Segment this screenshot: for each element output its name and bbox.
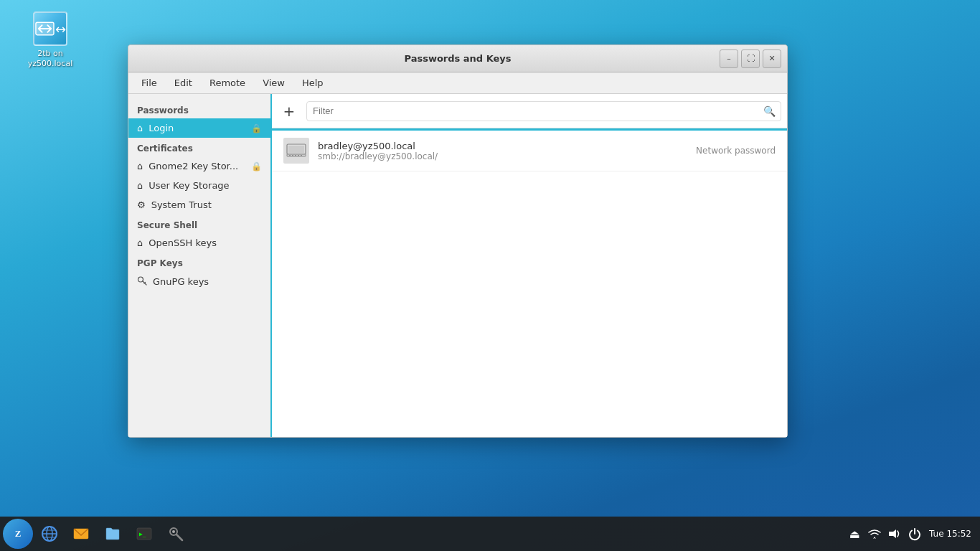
filter-input[interactable] <box>306 101 781 121</box>
browser-button[interactable] <box>34 519 65 549</box>
sidebar-item-login[interactable]: ⌂ Login 🔒 <box>128 118 270 138</box>
sidebar-item-openssh[interactable]: ⌂ OpenSSH keys <box>128 233 270 253</box>
home-icon-2: ⌂ <box>137 161 143 171</box>
mail-button[interactable] <box>66 519 96 549</box>
desktop-icon-image <box>33 11 67 46</box>
svg-text:▶_: ▶_ <box>139 531 146 537</box>
files-button[interactable] <box>98 519 128 549</box>
svg-rect-10 <box>298 155 299 156</box>
taskbar: Z <box>0 517 980 551</box>
taskbar-left: Z <box>0 519 194 549</box>
entry-sub: smb://bradley@yz500.local/ <box>318 151 696 161</box>
entry-network-icon <box>283 138 309 164</box>
svg-rect-11 <box>301 155 302 156</box>
entry-name: bradley@yz500.local <box>318 141 696 151</box>
search-icon: 🔍 <box>763 105 776 117</box>
filter-container: 🔍 <box>306 101 781 121</box>
key-icon <box>137 276 147 288</box>
window-body: Passwords ⌂ Login 🔒 Certificates ⌂ Gnome… <box>128 94 787 437</box>
section-passwords: Passwords <box>128 100 270 118</box>
svg-rect-5 <box>288 146 304 153</box>
section-secure-shell: Secure Shell <box>128 215 270 233</box>
menu-edit[interactable]: Edit <box>167 75 199 91</box>
desktop: 2tb on yz500.local Passwords and Keys – … <box>0 0 980 551</box>
window-titlebar: Passwords and Keys – ⛶ ✕ <box>128 45 787 72</box>
sidebar-item-system-trust[interactable]: ⚙ System Trust <box>128 195 270 215</box>
eject-icon[interactable]: ⏏ <box>846 525 863 542</box>
lock-icon-2: 🔒 <box>251 161 262 171</box>
svg-marker-22 <box>889 529 896 538</box>
sound-icon[interactable] <box>886 525 903 542</box>
svg-rect-9 <box>295 155 296 156</box>
menu-remote[interactable]: Remote <box>202 75 253 91</box>
sidebar: Passwords ⌂ Login 🔒 Certificates ⌂ Gnome… <box>128 94 272 437</box>
home-icon-3: ⌂ <box>137 180 143 191</box>
minimize-button[interactable]: – <box>720 50 738 68</box>
svg-rect-7 <box>289 155 291 156</box>
entry-details: bradley@yz500.local smb://bradley@yz500.… <box>318 141 696 161</box>
window-title: Passwords and Keys <box>404 53 511 64</box>
sidebar-label-system-trust: System Trust <box>151 199 262 210</box>
sidebar-item-user-key[interactable]: ⌂ User Key Storage <box>128 176 270 195</box>
entry-type: Network password <box>696 146 776 156</box>
maximize-button[interactable]: ⛶ <box>741 50 760 68</box>
passwords-button[interactable] <box>161 519 191 549</box>
main-panel: + 🔍 <box>272 94 787 437</box>
close-button[interactable]: ✕ <box>763 50 781 68</box>
sidebar-item-gnupg[interactable]: GnuPG keys <box>128 271 270 292</box>
svg-point-21 <box>172 530 175 533</box>
add-button[interactable]: + <box>278 100 301 123</box>
zorin-menu-button[interactable]: Z <box>3 519 33 549</box>
menu-view[interactable]: View <box>255 75 292 91</box>
desktop-icon-2tb[interactable]: 2tb on yz500.local <box>22 11 79 70</box>
taskbar-time: Tue 15:52 <box>926 529 974 539</box>
sidebar-label-gnome2: Gnome2 Key Stor... <box>149 161 245 171</box>
toolbar: + 🔍 <box>272 94 787 128</box>
sidebar-label-login: Login <box>149 123 245 133</box>
menubar: File Edit Remote View Help <box>128 72 787 94</box>
svg-rect-8 <box>292 155 293 156</box>
power-icon[interactable] <box>906 525 923 542</box>
table-row[interactable]: bradley@yz500.local smb://bradley@yz500.… <box>272 131 787 171</box>
gear-icon: ⚙ <box>137 199 146 210</box>
home-icon-4: ⌂ <box>137 237 143 248</box>
section-pgp-keys: PGP Keys <box>128 253 270 271</box>
lock-icon: 🔒 <box>251 123 262 133</box>
terminal-button[interactable]: ▶_ <box>129 519 159 549</box>
menu-help[interactable]: Help <box>295 75 331 91</box>
passwords-window: Passwords and Keys – ⛶ ✕ File Edit Remot… <box>128 44 788 438</box>
content-area: bradley@yz500.local smb://bradley@yz500.… <box>272 131 787 437</box>
taskbar-right: ⏏ Tue 15:52 <box>840 525 980 542</box>
desktop-icon-label: 2tb on yz500.local <box>22 49 79 70</box>
section-certificates: Certificates <box>128 138 270 156</box>
home-icon: ⌂ <box>137 123 143 133</box>
sidebar-label-user-key: User Key Storage <box>149 180 262 191</box>
menu-file[interactable]: File <box>134 75 164 91</box>
wifi-icon[interactable] <box>866 525 883 542</box>
sidebar-label-openssh: OpenSSH keys <box>149 237 262 248</box>
sidebar-label-gnupg: GnuPG keys <box>153 276 262 287</box>
sidebar-item-gnome2[interactable]: ⌂ Gnome2 Key Stor... 🔒 <box>128 156 270 176</box>
window-controls: – ⛶ ✕ <box>720 50 781 68</box>
